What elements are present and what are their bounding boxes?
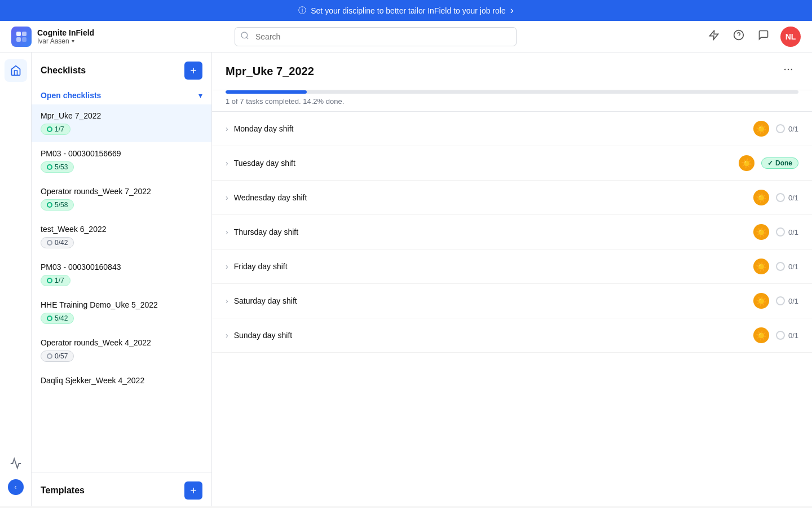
shift-row[interactable]: › Friday day shift ☀️ 0/1 bbox=[212, 249, 812, 284]
checklist-badge: 1/7 bbox=[41, 275, 70, 286]
shift-status-circle bbox=[776, 124, 785, 133]
checklist-badge: 5/58 bbox=[41, 199, 74, 211]
message-icon-button[interactable] bbox=[756, 27, 771, 46]
shift-expand-icon: › bbox=[226, 296, 228, 305]
checklist-item-name: Daqliq Sjekker_Week 4_2022 bbox=[41, 376, 202, 385]
templates-title: Templates bbox=[41, 485, 85, 496]
checklist-badge: 0/42 bbox=[41, 237, 74, 248]
checklists-section-header: Checklists + bbox=[32, 52, 211, 86]
badge-circle-icon bbox=[47, 278, 52, 283]
user-avatar[interactable]: NL bbox=[780, 27, 801, 47]
collapse-icon: ‹ bbox=[15, 483, 17, 491]
shift-status-circle bbox=[776, 331, 785, 340]
checklist-item[interactable]: Operator rounds_Week 4_2022 0/57 bbox=[32, 331, 211, 369]
checklist-item[interactable]: PM03 - 000300160843 1/7 bbox=[32, 256, 211, 294]
logo-text: Cognite InField Ivar Aasen ▾ bbox=[37, 28, 94, 45]
main-layout: ‹ Checklists + Open checklists ▾ Mpr_Uke… bbox=[0, 52, 812, 506]
checklist-item[interactable]: Operator rounds_Week 7_2022 5/58 bbox=[32, 180, 211, 218]
shift-expand-icon: › bbox=[226, 159, 228, 168]
app-logo bbox=[11, 27, 32, 47]
shift-row[interactable]: › Wednesday day shift ☀️ 0/1 bbox=[212, 181, 812, 215]
shift-sun-icon: ☀️ bbox=[753, 293, 769, 309]
help-icon-button[interactable] bbox=[731, 27, 747, 46]
shift-count-status: 0/1 bbox=[776, 193, 798, 202]
search-bar bbox=[235, 27, 517, 46]
svg-rect-3 bbox=[22, 37, 27, 42]
shift-name: Tuesday day shift bbox=[234, 159, 739, 168]
svg-rect-1 bbox=[22, 32, 27, 36]
shift-status-circle bbox=[776, 193, 785, 202]
chevron-down-icon: ▾ bbox=[72, 38, 74, 44]
shift-status-circle bbox=[776, 296, 785, 305]
search-input[interactable] bbox=[235, 27, 517, 46]
shift-row[interactable]: › Tuesday day shift ☀️ ✓ Done bbox=[212, 146, 812, 181]
checklist-item-name: Operator rounds_Week 7_2022 bbox=[41, 187, 202, 196]
checklist-item[interactable]: Mpr_Uke 7_2022 1/7 bbox=[32, 104, 211, 142]
left-nav: ‹ bbox=[0, 52, 32, 506]
shift-count-status: 0/1 bbox=[776, 227, 798, 237]
checklist-item[interactable]: PM03 - 000300156669 5/53 bbox=[32, 142, 211, 180]
sidebar: Checklists + Open checklists ▾ Mpr_Uke 7… bbox=[32, 52, 212, 506]
checklist-item-name: Operator rounds_Week 4_2022 bbox=[41, 338, 202, 347]
checklist-badge: 5/42 bbox=[41, 313, 74, 324]
shift-count-status: 0/1 bbox=[776, 296, 798, 305]
user-name[interactable]: Ivar Aasen ▾ bbox=[37, 37, 94, 45]
shift-row[interactable]: › Saturday day shift ☀️ 0/1 bbox=[212, 284, 812, 318]
templates-section-header: Templates + bbox=[32, 472, 211, 506]
checklist-badge: 1/7 bbox=[41, 124, 70, 135]
shift-status-text: 0/1 bbox=[788, 297, 798, 305]
sidebar-item-waveform[interactable] bbox=[5, 452, 27, 475]
svg-rect-0 bbox=[16, 32, 21, 36]
header-actions: NL bbox=[706, 27, 801, 47]
svg-point-4 bbox=[241, 32, 248, 38]
banner-text: Set your discipline to better tailor InF… bbox=[311, 6, 506, 15]
checklist-detail-title: Mpr_Uke 7_2022 bbox=[226, 65, 314, 78]
shift-row[interactable]: › Monday day shift ☀️ 0/1 bbox=[212, 112, 812, 146]
checkmark-icon: ✓ bbox=[767, 159, 773, 167]
checklist-item[interactable]: Daqliq Sjekker_Week 4_2022 bbox=[32, 369, 211, 396]
shift-count-status: 0/1 bbox=[776, 124, 798, 133]
checklist-item-name: Mpr_Uke 7_2022 bbox=[41, 111, 202, 120]
svg-point-8 bbox=[788, 69, 789, 71]
shift-row[interactable]: › Sunday day shift ☀️ 0/1 bbox=[212, 318, 812, 353]
checklist-item-name: HHE Training Demo_Uke 5_2022 bbox=[41, 300, 202, 309]
checklist-detail-header: Mpr_Uke 7_2022 bbox=[212, 52, 812, 90]
discipline-banner[interactable]: ⓘ Set your discipline to better tailor I… bbox=[0, 0, 812, 21]
banner-chevron: › bbox=[510, 5, 514, 16]
checklist-item[interactable]: test_Week 6_2022 0/42 bbox=[32, 218, 211, 256]
shift-expand-icon: › bbox=[226, 262, 228, 271]
shift-name: Friday day shift bbox=[234, 262, 753, 271]
logo-area: Cognite InField Ivar Aasen ▾ bbox=[11, 27, 135, 47]
shift-status-circle bbox=[776, 227, 785, 237]
checklists-title: Checklists bbox=[41, 65, 86, 76]
shift-sun-icon: ☀️ bbox=[739, 155, 754, 171]
shift-sun-icon: ☀️ bbox=[753, 190, 769, 205]
templates-section: Templates + bbox=[32, 472, 211, 506]
badge-circle-icon bbox=[47, 164, 52, 170]
shift-status-text: 0/1 bbox=[788, 125, 798, 133]
shift-sun-icon: ☀️ bbox=[753, 327, 769, 343]
add-template-button[interactable]: + bbox=[184, 481, 202, 500]
header: Cognite InField Ivar Aasen ▾ NL bbox=[0, 21, 812, 52]
shift-status-text: 0/1 bbox=[788, 262, 798, 271]
open-checklists-row[interactable]: Open checklists ▾ bbox=[32, 86, 211, 104]
main-content: Mpr_Uke 7_2022 1 of 7 tasks completed. 1… bbox=[212, 52, 812, 506]
progress-section: 1 of 7 tasks completed. 14.2% done. bbox=[212, 90, 812, 112]
lightning-icon-button[interactable] bbox=[706, 27, 722, 46]
shift-row[interactable]: › Thursday day shift ☀️ 0/1 bbox=[212, 215, 812, 249]
badge-circle-icon bbox=[47, 316, 52, 321]
checklist-item[interactable]: HHE Training Demo_Uke 5_2022 5/42 bbox=[32, 294, 211, 331]
checklist-badge: 0/57 bbox=[41, 351, 74, 362]
checklist-item-name: PM03 - 000300156669 bbox=[41, 149, 202, 158]
sidebar-item-home[interactable] bbox=[5, 59, 27, 82]
collapse-nav-button[interactable]: ‹ bbox=[8, 479, 24, 495]
shift-sun-icon: ☀️ bbox=[753, 224, 769, 240]
progress-text: 1 of 7 tasks completed. 14.2% done. bbox=[226, 94, 798, 111]
more-options-button[interactable] bbox=[778, 62, 798, 81]
shift-done-badge: ✓ Done bbox=[761, 157, 798, 169]
svg-point-7 bbox=[784, 69, 786, 71]
shift-status-text: 0/1 bbox=[788, 194, 798, 202]
add-checklist-button[interactable]: + bbox=[184, 62, 202, 80]
shift-count-status: 0/1 bbox=[776, 262, 798, 271]
checklist-list: Mpr_Uke 7_2022 1/7 PM03 - 000300156669 5… bbox=[32, 104, 211, 472]
